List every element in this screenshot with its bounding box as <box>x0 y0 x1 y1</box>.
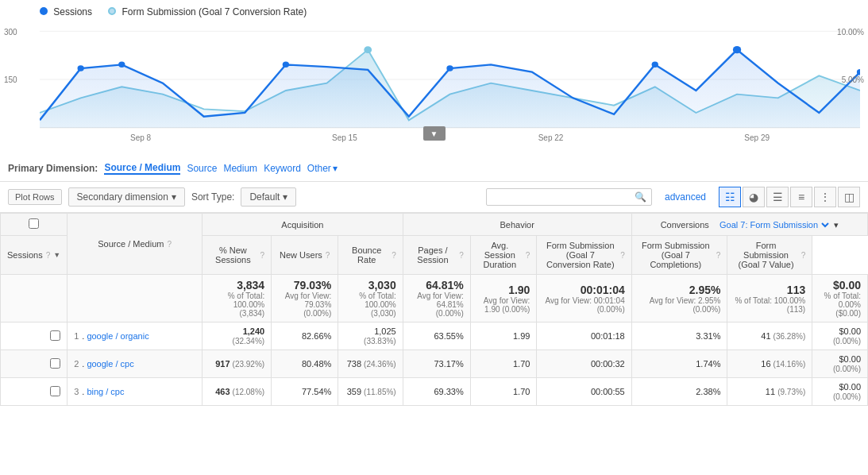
conversions-header: Conversions Goal 7: Form Submission ▾ <box>631 214 867 236</box>
row3-conv-rate: 2.38% <box>631 378 727 406</box>
pct-new-help[interactable]: ? <box>260 251 265 260</box>
dim-source-medium[interactable]: Source / Medium <box>104 162 180 175</box>
view-custom-icon[interactable]: ◫ <box>838 187 860 207</box>
sessions-dot-2 <box>118 62 125 68</box>
secondary-dim-arrow: ▾ <box>172 191 176 203</box>
sessions-sort[interactable]: ▼ <box>53 251 60 259</box>
sessions-help[interactable]: ? <box>46 251 51 260</box>
totals-dim-cell <box>68 275 203 322</box>
view-bar-icon[interactable]: ☰ <box>766 187 789 207</box>
row1-pct-new: 82.66% <box>272 322 338 350</box>
row2-new-users: 738 (24.36%) <box>338 350 403 378</box>
duration-help[interactable]: ? <box>526 251 530 260</box>
totals-duration: 00:01:04 Avg for View: 00:01:04 (0.00%) <box>537 275 631 322</box>
totals-value: $0.00 % of Total: 0.00% ($0.00) <box>812 275 868 322</box>
new-users-help[interactable]: ? <box>326 251 330 260</box>
dim-medium[interactable]: Medium <box>223 163 257 174</box>
checkbox-all[interactable] <box>29 218 39 229</box>
row1-value: $0.00 (0.00%) <box>812 322 868 350</box>
row1-pages: 1.99 <box>470 322 537 350</box>
col-header-pct-new-sessions: % New Sessions ? <box>203 236 272 275</box>
dim-other-arrow: ▾ <box>333 163 338 174</box>
totals-row: 3,834 % of Total: 100.00% (3,834) 79.03%… <box>1 275 868 322</box>
search-box[interactable]: 🔍 <box>486 188 652 206</box>
legend-sessions: Sessions <box>40 6 92 17</box>
y-label-150: 150 <box>4 75 17 84</box>
row1-dim: 1. google / organic <box>68 322 203 350</box>
data-table: Source / Medium ? Acquisition Behavior C… <box>0 213 868 406</box>
dim-help-icon[interactable]: ? <box>167 240 172 249</box>
col-header-new-users: New Users ? <box>272 236 338 275</box>
x-label-sep15: Sep 15 <box>332 133 357 142</box>
dim-other[interactable]: Other ▾ <box>307 163 338 174</box>
row2-checkbox[interactable] <box>1 350 68 378</box>
sessions-dot <box>40 7 48 15</box>
search-input[interactable] <box>492 191 635 203</box>
y-label-300: 300 <box>4 28 17 37</box>
totals-completions: 113 % of Total: 100.00% (113) <box>727 275 812 322</box>
sessions-dot-6 <box>733 46 741 53</box>
view-pie-icon[interactable]: ◕ <box>743 187 765 207</box>
row1-checkbox[interactable] <box>1 322 68 350</box>
row3-num: 3 <box>74 387 79 396</box>
table-row: 3. bing / cpc 463 (12.08%) 77.54% 359 (1… <box>1 378 868 406</box>
bounce-help[interactable]: ? <box>392 251 396 260</box>
advanced-link[interactable]: advanced <box>665 191 706 203</box>
col-header-form-conv-rate: Form Submission (Goal 7 Conversion Rate)… <box>537 236 631 275</box>
row1-new-users: 1,025 (33.83%) <box>338 322 403 350</box>
view-data-icon[interactable]: ☷ <box>719 187 741 207</box>
pages-help[interactable]: ? <box>459 251 464 260</box>
dim-source[interactable]: Source <box>187 163 217 174</box>
row3-completions: 11 (9.73%) <box>727 378 812 406</box>
row2-pages: 1.70 <box>470 350 537 378</box>
col-header-dimension: Source / Medium ? <box>68 214 203 275</box>
scroll-down-button[interactable]: ▼ <box>423 126 446 141</box>
value-help[interactable]: ? <box>801 251 806 260</box>
toolbar: Plot Rows Secondary dimension ▾ Sort Typ… <box>0 182 868 213</box>
row2-conv-rate: 1.74% <box>631 350 727 378</box>
totals-sessions: 3,834 % of Total: 100.00% (3,834) <box>203 275 272 322</box>
goal-select[interactable]: Goal 7: Form Submission <box>716 219 831 230</box>
table-row: 1. google / organic 1,240 (32.34%) 82.66… <box>1 322 868 350</box>
secondary-dim-label: Secondary dimension <box>77 191 168 203</box>
totals-new-users: 3,030 % of Total: 100.00% (3,030) <box>338 275 403 322</box>
row3-checkbox[interactable] <box>1 378 68 406</box>
sessions-dot-3 <box>283 62 289 68</box>
select-all-checkbox[interactable] <box>1 214 68 236</box>
legend-form: Form Submission (Goal 7 Conversion Rate) <box>108 6 307 17</box>
row1-link[interactable]: google / organic <box>87 331 149 341</box>
primary-dimension-bar: Primary Dimension: Source / Medium Sourc… <box>0 156 868 182</box>
x-label-sep29: Sep 29 <box>744 133 770 142</box>
col-header-form-value: Form Submission (Goal 7 Value) ? <box>727 236 812 275</box>
row3-pages: 1.70 <box>470 378 537 406</box>
row1-num: 1 <box>74 331 79 341</box>
sort-default-dropdown[interactable]: Default ▾ <box>241 187 296 207</box>
form-label: Form Submission (Goal 7 Conversion Rate) <box>122 6 307 17</box>
row3-link[interactable]: bing / cpc <box>87 387 124 396</box>
completions-help[interactable]: ? <box>716 251 721 260</box>
col-header-bounce-rate: Bounce Rate ? <box>338 236 403 275</box>
row1-conv-rate: 3.31% <box>631 322 727 350</box>
table-row: 2. google / cpc 917 (23.92%) 80.48% 738 … <box>1 350 868 378</box>
totals-bounce: 64.81% Avg for View: 64.81% (0.00%) <box>403 275 470 322</box>
col-header-form-completions: Form Submission (Goal 7 Completions) ? <box>631 236 727 275</box>
plot-rows-button[interactable]: Plot Rows <box>8 189 62 205</box>
view-pivot-icon[interactable]: ⋮ <box>814 187 836 207</box>
row1-duration: 00:01:18 <box>537 322 631 350</box>
view-compare-icon[interactable]: ≡ <box>790 187 812 207</box>
row3-new-users: 359 (11.85%) <box>338 378 403 406</box>
col-header-avg-duration: Avg. Session Duration ? <box>470 236 537 275</box>
totals-pct-new: 79.03% Avg for View: 79.03% (0.00%) <box>272 275 338 322</box>
row2-link[interactable]: google / cpc <box>87 359 133 369</box>
row3-value: $0.00 (0.00%) <box>812 378 868 406</box>
col-header-pages-session: Pages / Session ? <box>403 236 470 275</box>
col-header-sessions[interactable]: Sessions ? ▼ <box>1 236 68 275</box>
row3-pct-new: 77.54% <box>272 378 338 406</box>
dim-keyword[interactable]: Keyword <box>264 163 301 174</box>
row2-num: 2 <box>74 359 79 369</box>
y-label-5pct: 5.00% <box>842 75 864 84</box>
secondary-dimension-dropdown[interactable]: Secondary dimension ▾ <box>68 187 185 207</box>
row2-sessions: 917 (23.92%) <box>203 350 272 378</box>
conv-rate-help[interactable]: ? <box>620 251 625 260</box>
search-icon[interactable]: 🔍 <box>635 191 646 203</box>
